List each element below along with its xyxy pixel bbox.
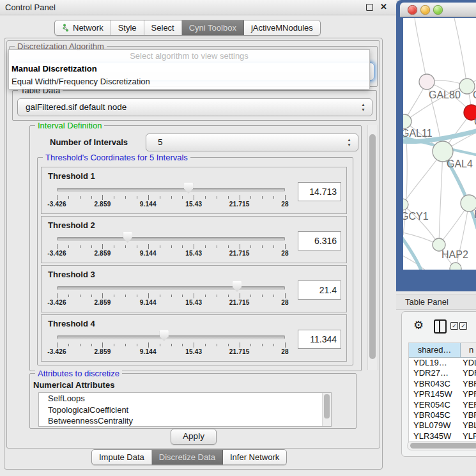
tick-label: 9.144 bbox=[140, 348, 157, 355]
tick-label: 2.859 bbox=[94, 250, 111, 257]
tab-discretize-data[interactable]: Discretize Data bbox=[152, 450, 223, 464]
settings-scrollbar[interactable] bbox=[367, 125, 378, 370]
stepper-arrows-icon[interactable]: ▲▼ bbox=[360, 102, 366, 112]
cell-name[interactable]: YER0 bbox=[460, 400, 476, 410]
attribute-list-item[interactable]: TopologicalCoefficient bbox=[39, 404, 331, 416]
tab-impute-data[interactable]: Impute Data bbox=[92, 450, 152, 464]
network-window-titlebar[interactable] bbox=[400, 3, 476, 17]
network-nodes[interactable] bbox=[403, 74, 476, 270]
cell-shared-name[interactable]: YDR27… bbox=[409, 368, 460, 378]
column-header-shared-name[interactable]: shared… bbox=[409, 343, 461, 357]
table-data-combobox[interactable]: galFiltered.sif default node ▲▼ bbox=[17, 98, 372, 116]
column-header-name[interactable]: n bbox=[461, 343, 476, 357]
bottom-tab-bar: Impute Data Discretize Data Infer Networ… bbox=[91, 449, 287, 465]
cell-name[interactable]: YLR3 bbox=[460, 431, 476, 441]
cell-shared-name[interactable]: YPR145W bbox=[409, 389, 460, 399]
slider-track[interactable] bbox=[57, 188, 285, 192]
threshold-value-field[interactable]: 14.713 bbox=[298, 182, 341, 201]
number-of-intervals-combobox[interactable]: 5 ▲▼ bbox=[146, 134, 358, 151]
threshold-slider[interactable]: -3.4262.8599.14415.4321.71528 bbox=[57, 266, 285, 312]
slider-thumb[interactable] bbox=[160, 330, 169, 341]
tab-network[interactable]: Network bbox=[55, 20, 111, 35]
slider-track[interactable] bbox=[57, 286, 285, 290]
tick-mark bbox=[205, 295, 206, 297]
cell-shared-name[interactable]: YLR345W bbox=[409, 431, 460, 441]
popup-option-equal-width-frequency[interactable]: Equal Width/Frequency Discretization bbox=[9, 75, 369, 88]
cell-shared-name[interactable]: YER054C bbox=[409, 400, 460, 410]
algorithm-dropdown-popup: Select algorithm to view settings Manual… bbox=[8, 49, 370, 89]
close-traffic-light[interactable] bbox=[408, 5, 417, 15]
tick-mark bbox=[102, 244, 103, 249]
slider-thumb[interactable] bbox=[184, 183, 193, 194]
scrollbar-thumb[interactable] bbox=[410, 443, 476, 449]
minimize-traffic-light[interactable] bbox=[420, 5, 430, 15]
zoom-traffic-light[interactable] bbox=[433, 5, 443, 15]
tab-select[interactable]: Select bbox=[144, 20, 182, 35]
cell-name[interactable]: YBR0 bbox=[460, 379, 476, 389]
checkbox-icon[interactable]: ✓ bbox=[459, 322, 467, 330]
threshold-slider[interactable]: -3.4262.8599.14415.4321.71528 bbox=[57, 167, 285, 213]
attribute-list-item[interactable]: BetweennessCentrality bbox=[39, 415, 331, 427]
slider-track[interactable] bbox=[57, 237, 285, 241]
gear-icon[interactable]: ⚙ bbox=[413, 318, 424, 332]
stepper-arrows-icon[interactable]: ▲▼ bbox=[346, 137, 352, 148]
tick-mark bbox=[217, 245, 217, 248]
threshold-slider[interactable]: -3.4262.8599.14415.4321.71528 bbox=[57, 217, 285, 263]
cell-name[interactable]: YDR2 bbox=[460, 368, 476, 378]
cell-shared-name[interactable]: YBR043C bbox=[409, 379, 460, 389]
slider-thumb[interactable] bbox=[233, 281, 242, 292]
tab-infer-network[interactable]: Infer Network bbox=[223, 450, 286, 464]
tick-mark bbox=[91, 196, 92, 199]
table-row[interactable]: YLR345WYLR3 bbox=[409, 431, 476, 441]
attributes-list-scrollbar[interactable] bbox=[322, 393, 331, 426]
cell-name[interactable]: YPR1 bbox=[460, 389, 476, 399]
node-gal80[interactable] bbox=[419, 74, 434, 89]
slider-thumb[interactable] bbox=[123, 232, 132, 243]
tick-mark bbox=[217, 344, 217, 346]
threshold-value-field[interactable]: 21.4 bbox=[298, 280, 341, 300]
tab-style[interactable]: Style bbox=[111, 20, 144, 35]
numerical-attributes-list[interactable]: SelfLoopsTopologicalCoefficientBetweenne… bbox=[38, 392, 332, 427]
close-icon[interactable]: ✕ bbox=[380, 2, 387, 12]
cell-name[interactable]: YBL0 bbox=[460, 420, 476, 431]
threshold-value-field[interactable]: 11.344 bbox=[298, 330, 341, 349]
apply-button[interactable]: Apply bbox=[171, 429, 217, 445]
tick-mark bbox=[171, 344, 172, 346]
tick-label: 9.144 bbox=[140, 250, 157, 257]
tick-label: 9.144 bbox=[140, 201, 157, 208]
checkbox-icon[interactable]: ✓ bbox=[450, 322, 458, 330]
cell-shared-name[interactable]: YDL19… bbox=[409, 358, 460, 368]
slider-track[interactable] bbox=[57, 335, 285, 339]
tick-mark bbox=[102, 293, 103, 298]
cell-name[interactable]: YDL1 bbox=[460, 358, 476, 368]
network-canvas[interactable]: GAL80 G C GAL11 GAL4 GCY1 H HAP2 bbox=[403, 18, 476, 270]
table-horizontal-scrollbar[interactable] bbox=[407, 441, 476, 450]
table-row[interactable]: YBR043CYBR0 bbox=[409, 379, 476, 389]
cell-shared-name[interactable]: YBL079W bbox=[409, 420, 460, 431]
columns-icon[interactable] bbox=[434, 319, 447, 334]
application-root: Control Panel ✕ Network Style Select Cyn… bbox=[0, 0, 476, 476]
popup-option-manual-discretization[interactable]: Manual Discretization bbox=[9, 63, 369, 75]
table-row[interactable]: YDL19…YDL1 bbox=[409, 358, 476, 368]
table-row[interactable]: YBR045CYBR0 bbox=[409, 410, 476, 420]
scrollbar-thumb[interactable] bbox=[324, 394, 330, 418]
tick-mark bbox=[285, 342, 286, 348]
table-row[interactable]: YER054CYER0 bbox=[409, 400, 476, 410]
tab-jactivemnodules[interactable]: jActiveMNodules bbox=[244, 20, 320, 35]
threshold-block: Threshold 1 14.713 -3.4262.8599.14415.43… bbox=[41, 167, 347, 214]
threshold-slider[interactable]: -3.4262.8599.14415.4321.71528 bbox=[57, 315, 285, 361]
float-panel-icon[interactable] bbox=[366, 4, 373, 11]
tick-mark bbox=[273, 245, 274, 248]
threshold-value-field[interactable]: 6.316 bbox=[298, 231, 341, 250]
table-row[interactable]: YBL079WYBL0 bbox=[409, 420, 476, 431]
scrollbar-thumb[interactable] bbox=[369, 134, 376, 359]
table-row[interactable]: YDR27…YDR2 bbox=[409, 368, 476, 378]
attribute-list-item[interactable]: SelfLoops bbox=[39, 393, 331, 404]
tab-cyni-toolbox[interactable]: Cyni Toolbox bbox=[182, 20, 244, 35]
cell-name[interactable]: YBR0 bbox=[460, 410, 476, 420]
table-row[interactable]: YPR145WYPR1 bbox=[409, 389, 476, 399]
node-label: GAL11 bbox=[403, 128, 433, 139]
tick-mark bbox=[57, 244, 58, 249]
node-attribute-table[interactable]: shared… n YDL19…YDL1YDR27…YDR2YBR043CYBR… bbox=[408, 342, 476, 443]
cell-shared-name[interactable]: YBR045C bbox=[409, 410, 460, 420]
